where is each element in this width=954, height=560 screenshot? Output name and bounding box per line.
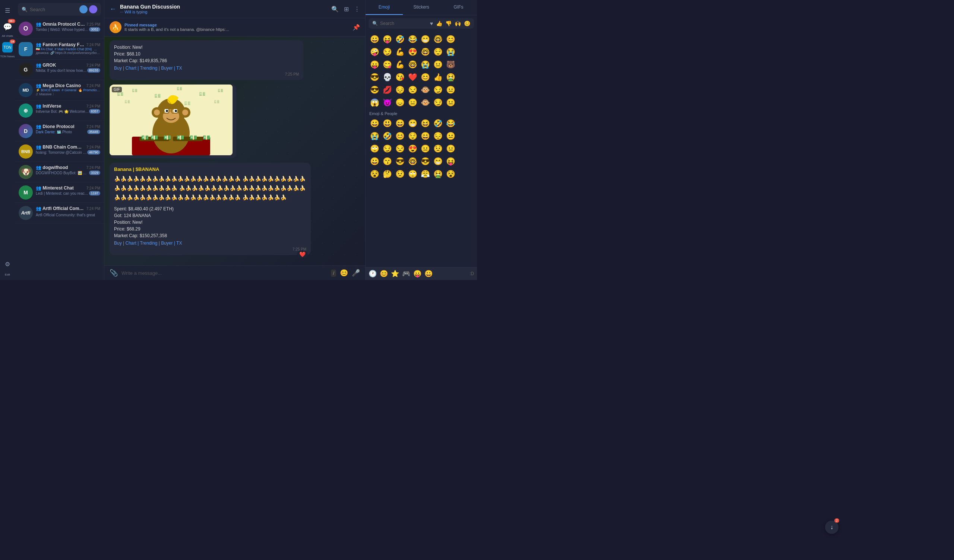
msg3-chart[interactable]: Chart — [125, 241, 136, 246]
emoji-p22[interactable]: 😀 — [369, 155, 380, 167]
back-button[interactable]: ← — [109, 5, 116, 13]
emoji-p20[interactable]: 😟 — [432, 143, 444, 154]
ton-news-button[interactable]: TON 16 — [1, 40, 14, 54]
emoji-imp[interactable]: 😈 — [381, 96, 393, 108]
emoji-happy[interactable]: 😊 — [419, 71, 431, 83]
pinned-message[interactable]: 🍌 Pinned message It starts with a B, and… — [104, 18, 365, 36]
chat-item-dogwifhood[interactable]: 🐶 👥 dogwifhood 7:24 PM DOGWIFHOOD BuyBot… — [15, 162, 104, 182]
chat-item-fanton[interactable]: F 👥 Fanton Fantasy Football⚽ 7:24 PM 🇮🇷 … — [15, 39, 104, 59]
tab-stickers[interactable]: Stickers — [403, 0, 440, 15]
emoji-smirk[interactable]: 😏 — [381, 46, 393, 58]
emoji-p19[interactable]: 😐 — [419, 143, 431, 154]
msg1-tx[interactable]: TX — [176, 65, 182, 71]
all-chats-button[interactable]: 💬 99+ — [1, 20, 14, 34]
msg3-buyer[interactable]: Buyer — [161, 241, 173, 246]
msg1-chart[interactable]: Chart — [125, 65, 136, 71]
messages-area[interactable]: Position: New! Price: $68.10 Market Cap:… — [104, 36, 365, 266]
emoji-disappointed[interactable]: 😞 — [394, 96, 406, 108]
activities-icon[interactable]: 🎮 — [402, 269, 410, 278]
emoji-p12[interactable]: 😄 — [419, 130, 431, 142]
attachment-icon[interactable]: 📎 — [109, 269, 118, 277]
emoji-neutral[interactable]: 😐 — [432, 58, 444, 70]
people-filter-icon[interactable]: 🙌 — [455, 20, 461, 26]
commands-icon[interactable]: / — [331, 269, 336, 277]
emoji-p9[interactable]: 🤣 — [381, 130, 393, 142]
emoji-p30[interactable]: 🤔 — [381, 168, 393, 180]
emoji-p4[interactable]: 😁 — [407, 117, 418, 129]
emoji-p25[interactable]: 🤓 — [407, 155, 418, 167]
emoji-p35[interactable]: 😵 — [444, 168, 457, 180]
emoji-search-input[interactable] — [380, 21, 428, 26]
emoji-p5[interactable]: 😆 — [419, 117, 431, 129]
emoji-smirk3[interactable]: 😏 — [432, 96, 444, 108]
emoji-p13[interactable]: 😔 — [432, 130, 444, 142]
emoji-p23[interactable]: 😙 — [381, 155, 393, 167]
emoji-sunglasses[interactable]: 😎 — [369, 71, 380, 83]
emoji-blush[interactable]: 😊 — [444, 33, 457, 45]
emoji-p27[interactable]: 😁 — [432, 155, 444, 167]
search-action-icon[interactable]: 🔍 — [331, 6, 339, 12]
sliders-button[interactable]: ⚙ — [1, 257, 14, 271]
emoji-p6[interactable]: 🤣 — [432, 117, 444, 129]
chat-item-megadice[interactable]: MD 👥 Mega Dice Casino 7:24 PM ⚡ $DICE to… — [15, 80, 104, 101]
emoji-joy[interactable]: 😂 — [407, 33, 418, 45]
chat-item-dione[interactable]: D 👥 Dione Protocol 7:24 PM Dark Dante: 🗺… — [15, 121, 104, 142]
chat-item-artfi[interactable]: Artfi 👥 Artfi Official Community ✓ 7:24 … — [15, 203, 104, 223]
emoji-thumbsup[interactable]: 👍 — [432, 71, 444, 83]
emoji-monkey2[interactable]: 🐵 — [419, 96, 431, 108]
emoji-p29[interactable]: 😵 — [369, 168, 380, 180]
chat-item-initverse[interactable]: ⊕ 👥 InitVerse 7:24 PM Initverse Bot: 🎮 🌟… — [15, 101, 104, 121]
menu-button[interactable]: ☰ — [1, 4, 14, 17]
more-icon[interactable]: ⋮ — [354, 6, 360, 12]
emoji-p8[interactable]: 😭 — [369, 130, 380, 142]
smile-filter-icon[interactable]: 😊 — [464, 20, 470, 26]
emoji-toggle-icon[interactable]: 😊 — [340, 269, 348, 277]
emoji-nerd2[interactable]: 🤓 — [419, 46, 431, 58]
emoji-p21[interactable]: 😐 — [444, 143, 457, 154]
emoji-beam[interactable]: 😁 — [419, 33, 431, 45]
emoji-bear[interactable]: 🐻 — [444, 58, 457, 70]
emoji-stuck-out[interactable]: 😛 — [369, 58, 380, 70]
emoji-blank[interactable]: 😑 — [407, 96, 418, 108]
emoji-expressionless[interactable]: 😐 — [444, 84, 457, 96]
emoji-p1[interactable]: 😀 — [369, 117, 380, 129]
emoji-sunglasses2[interactable]: 🤓 — [407, 58, 418, 70]
heart-filter-icon[interactable]: ♥ — [430, 20, 433, 26]
msg1-buy[interactable]: Buy — [114, 65, 122, 71]
emoji-p33[interactable]: 😤 — [419, 168, 431, 180]
emoji-monkey[interactable]: 🐵 — [419, 84, 431, 96]
emoji-p11[interactable]: 😌 — [407, 130, 418, 142]
msg1-buyer[interactable]: Buyer — [161, 65, 173, 71]
emoji-p2[interactable]: 😃 — [381, 117, 393, 129]
msg3-trending[interactable]: Trending — [140, 241, 157, 246]
emoji-nerd[interactable]: 🤓 — [432, 33, 444, 45]
emoji-strong[interactable]: 💪 — [394, 58, 406, 70]
emoji-crying2[interactable]: 😭 — [419, 58, 431, 70]
emoji-p32[interactable]: 🙄 — [407, 168, 418, 180]
pinned-action-icon[interactable]: 📌 — [352, 24, 360, 31]
heart-reaction[interactable]: ❤️ — [297, 250, 308, 258]
emoji-p17[interactable]: 😒 — [394, 143, 406, 154]
emoji-p3[interactable]: 😄 — [394, 117, 406, 129]
emoji-p15[interactable]: 🙄 — [369, 143, 380, 154]
food-icon[interactable]: 😛 — [413, 269, 421, 278]
emoji-cool[interactable]: 😎 — [369, 84, 380, 96]
emoji-flexed[interactable]: 💪 — [394, 46, 406, 58]
msg3-buy[interactable]: Buy — [114, 241, 122, 246]
objects-icon[interactable]: ⭐ — [391, 269, 399, 278]
emoji-p18[interactable]: 😍 — [407, 143, 418, 154]
emoji-fearful[interactable]: 😱 — [369, 96, 380, 108]
emoji-p16[interactable]: 😏 — [381, 143, 393, 154]
mic-icon[interactable]: 🎤 — [352, 269, 360, 277]
emoji-p10[interactable]: 😊 — [394, 130, 406, 142]
emoji-kiss[interactable]: 💋 — [381, 84, 393, 96]
emoji-heart[interactable]: ❤️ — [407, 71, 418, 83]
chat-item-bnb[interactable]: BNB 👥 BNB Chain Community ✓ 7:24 PM hoàn… — [15, 142, 104, 162]
msg1-trending[interactable]: Trending — [140, 65, 157, 71]
emoji-yum[interactable]: 😋 — [381, 58, 393, 70]
chat-item-minterest[interactable]: M 👥 Minterest Chat 7:24 PM Ledi | Minter… — [15, 182, 104, 203]
emoji-squinting[interactable]: 😝 — [381, 33, 393, 45]
chat-item-grok[interactable]: G 👥 GROK 7:24 PM Nikita: If you don't kn… — [15, 59, 104, 80]
emoji-p28[interactable]: 😝 — [444, 155, 457, 167]
emoji-unamused[interactable]: 😒 — [407, 84, 418, 96]
